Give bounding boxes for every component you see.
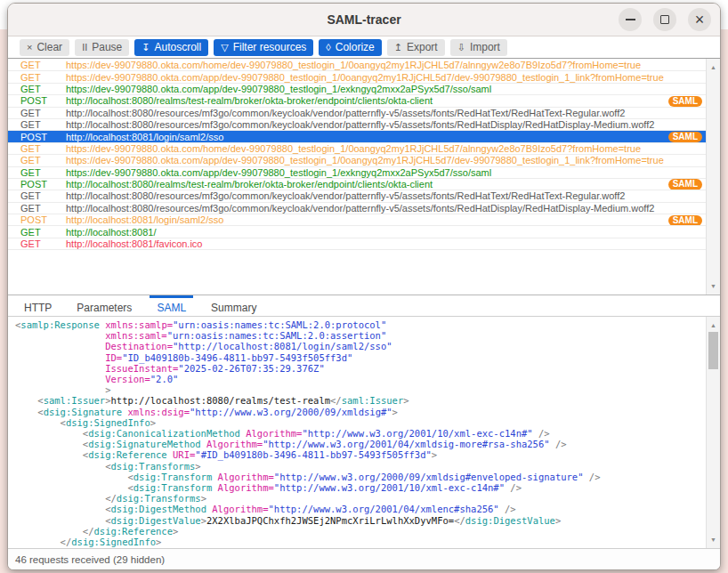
request-row[interactable]: POSThttp://localhost:8080/realms/test-re… bbox=[8, 95, 706, 107]
maximize-button[interactable] bbox=[653, 8, 676, 31]
request-url: https://dev-99079880.okta.com/home/dev-9… bbox=[66, 143, 706, 154]
request-url: http://localhost:8081/ bbox=[66, 227, 706, 238]
saml-badge: SAML bbox=[668, 179, 702, 190]
saml-badge: SAML bbox=[668, 96, 702, 107]
xml-line: </dsig:Reference> bbox=[15, 526, 706, 537]
request-row[interactable]: GEThttp://localhost:8080/resources/mf3go… bbox=[8, 119, 706, 131]
scroll-down-arrow[interactable]: ▼ bbox=[707, 280, 720, 292]
scroll-up-arrow[interactable]: ▲ bbox=[707, 61, 720, 73]
xml-line: <dsig:Transforms> bbox=[15, 461, 706, 472]
xml-line: <dsig:DigestMethod Algorithm="http://www… bbox=[15, 504, 706, 514]
request-method: GET bbox=[20, 143, 66, 154]
titlebar[interactable]: SAML-tracer × bbox=[8, 4, 720, 36]
request-row[interactable]: GEThttp://localhost:8080/resources/mf3go… bbox=[8, 203, 706, 214]
colorize-icon: ◊ bbox=[326, 42, 330, 52]
request-list-scrollbar[interactable]: ▲ ▼ bbox=[706, 59, 720, 295]
request-method: POST bbox=[20, 132, 66, 142]
minimize-icon bbox=[626, 19, 635, 20]
request-method: GET bbox=[20, 227, 66, 238]
request-row[interactable]: GEThttps://dev-99079880.okta.com/app/dev… bbox=[8, 167, 706, 179]
export-icon: ↥ bbox=[394, 42, 402, 53]
filter-resources-button[interactable]: ▽Filter resources bbox=[214, 39, 313, 56]
request-method: GET bbox=[20, 72, 66, 83]
autoscroll-button[interactable]: ↧Autoscroll bbox=[134, 39, 208, 56]
xml-line: > bbox=[15, 384, 706, 395]
xml-line: <dsig:Signature xmlns:dsig="http://www.w… bbox=[15, 407, 706, 417]
tab-parameters[interactable]: Parameters bbox=[64, 295, 144, 316]
request-method: POST bbox=[20, 214, 66, 225]
request-url: https://dev-99079880.okta.com/app/dev-99… bbox=[66, 155, 706, 165]
request-method: GET bbox=[20, 203, 66, 214]
request-row[interactable]: GEThttps://dev-99079880.okta.com/app/dev… bbox=[8, 71, 706, 83]
xml-line: Destination="http://localhost:8081/login… bbox=[15, 341, 706, 351]
request-row[interactable]: GEThttp://localhost:8081/favicon.ico bbox=[8, 238, 706, 250]
xml-scrollbar[interactable]: ▲ ▼ bbox=[706, 317, 720, 548]
request-url: http://localhost:8080/realms/test-realm/… bbox=[66, 179, 706, 190]
import-icon: ⇩ bbox=[457, 42, 465, 53]
status-text: 46 requests received (29 hidden) bbox=[15, 554, 165, 565]
xml-line: Version="2.0" bbox=[15, 374, 706, 384]
request-row[interactable]: GEThttps://dev-99079880.okta.com/app/dev… bbox=[8, 155, 706, 166]
request-row[interactable]: POSThttp://localhost:8081/login/saml2/ss… bbox=[8, 214, 706, 226]
xml-line: <dsig:Reference URI="#ID_b409180b-3496-4… bbox=[15, 449, 706, 460]
request-row[interactable]: GEThttps://dev-99079880.okta.com/home/de… bbox=[8, 143, 706, 155]
request-method: POST bbox=[20, 95, 66, 106]
maximize-icon bbox=[660, 15, 669, 24]
request-url: http://localhost:8081/favicon.ico bbox=[66, 238, 706, 249]
xml-line: <dsig:SignatureMethod Algorithm="http://… bbox=[15, 439, 706, 449]
request-row[interactable]: GEThttp://localhost:8080/resources/mf3go… bbox=[8, 190, 706, 202]
xml-line: xmlns:saml="urn:oasis:names:tc:SAML:2.0:… bbox=[15, 330, 706, 341]
export-button[interactable]: ↥Export bbox=[387, 39, 445, 56]
request-url: http://localhost:8080/resources/mf3go/co… bbox=[66, 108, 706, 118]
xml-line: <dsig:Transform Algorithm="http://www.w3… bbox=[15, 472, 706, 482]
request-method: GET bbox=[20, 60, 66, 70]
request-method: GET bbox=[20, 108, 66, 118]
filter-icon: ▽ bbox=[221, 42, 228, 53]
request-row[interactable]: GEThttps://dev-99079880.okta.com/app/dev… bbox=[8, 84, 706, 95]
scroll-down-arrow[interactable]: ▼ bbox=[707, 534, 720, 545]
xml-line: ID="ID_b409180b-3496-4811-bb97-5493f505f… bbox=[15, 352, 706, 363]
xml-line: <dsig:DigestValue>2X2XlbaJPQChxfh2JWSEj2… bbox=[15, 515, 706, 526]
saml-xml-content: <samlp:Response xmlns:samlp="urn:oasis:n… bbox=[8, 319, 706, 548]
request-method: GET bbox=[20, 190, 66, 201]
request-method: POST bbox=[20, 179, 66, 190]
colorize-button[interactable]: ◊Colorize bbox=[319, 39, 381, 56]
request-row[interactable]: GEThttps://dev-99079880.okta.com/home/de… bbox=[8, 60, 706, 71]
xml-line: <saml:Issuer>http://localhost:8080/realm… bbox=[15, 395, 706, 406]
scroll-up-arrow[interactable]: ▲ bbox=[707, 319, 720, 331]
request-method: GET bbox=[20, 167, 66, 178]
xml-line: <dsig:Transform Algorithm="http://www.w3… bbox=[15, 482, 706, 493]
request-url: http://localhost:8080/realms/test-realm/… bbox=[66, 95, 706, 106]
clear-button[interactable]: ×Clear bbox=[20, 39, 69, 56]
request-row[interactable]: GEThttp://localhost:8080/resources/mf3go… bbox=[8, 108, 706, 119]
toolbar-button-label: Pause bbox=[92, 41, 122, 53]
pause-button[interactable]: IIPause bbox=[75, 39, 129, 56]
request-row[interactable]: GEThttp://localhost:8081/ bbox=[8, 226, 706, 238]
toolbar: ×ClearIIPause↧Autoscroll▽Filter resource… bbox=[8, 36, 720, 59]
request-row[interactable]: POSThttp://localhost:8080/realms/test-re… bbox=[8, 179, 706, 190]
request-url: https://dev-99079880.okta.com/app/dev-99… bbox=[66, 167, 706, 178]
request-url: http://localhost:8081/login/saml2/sso bbox=[66, 132, 706, 142]
scrollbar-thumb[interactable] bbox=[708, 332, 718, 369]
xml-line: </dsig:SignedInfo> bbox=[15, 537, 706, 547]
saml-tracer-window: SAML-tracer × ×ClearIIPause↧Autoscroll▽F… bbox=[7, 3, 721, 570]
tab-summary[interactable]: Summary bbox=[198, 295, 269, 316]
xml-line: </dsig:Transforms> bbox=[15, 493, 706, 504]
saml-badge: SAML bbox=[668, 215, 702, 226]
xml-line: <samlp:Response xmlns:samlp="urn:oasis:n… bbox=[15, 319, 706, 330]
request-row[interactable]: POSThttp://localhost:8081/login/saml2/ss… bbox=[8, 131, 706, 142]
import-button[interactable]: ⇩Import bbox=[450, 39, 507, 56]
request-method: GET bbox=[20, 155, 66, 165]
toolbar-button-label: Filter resources bbox=[233, 41, 307, 53]
toolbar-button-label: Export bbox=[407, 41, 438, 53]
tab-saml[interactable]: SAML bbox=[144, 295, 198, 316]
saml-badge: SAML bbox=[668, 132, 702, 142]
close-button[interactable]: × bbox=[688, 8, 711, 31]
request-method: GET bbox=[20, 238, 66, 249]
autoscroll-icon: ↧ bbox=[142, 42, 150, 53]
request-url: https://dev-99079880.okta.com/app/dev-99… bbox=[66, 84, 706, 94]
tab-http[interactable]: HTTP bbox=[12, 295, 64, 316]
minimize-button[interactable] bbox=[619, 8, 642, 31]
window-title: SAML-tracer bbox=[327, 12, 400, 27]
clear-icon: × bbox=[27, 42, 32, 52]
